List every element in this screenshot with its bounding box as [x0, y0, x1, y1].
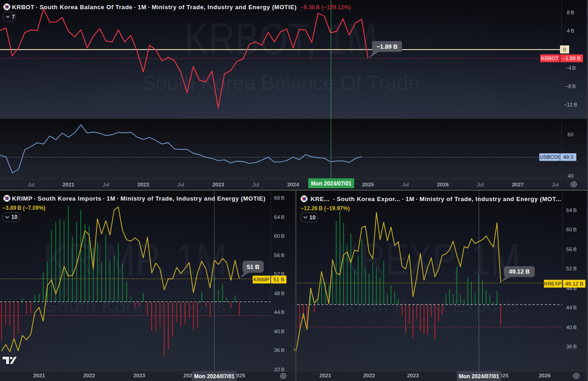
svg-text:Jul: Jul [552, 182, 559, 187]
svg-text:2023: 2023 [133, 373, 145, 378]
svg-text:2021: 2021 [62, 182, 74, 187]
svg-text:2026: 2026 [437, 182, 449, 187]
svg-text:2023: 2023 [212, 182, 224, 187]
svg-text:KRBOT: KRBOT [541, 56, 559, 61]
svg-text:Jul: Jul [477, 182, 484, 187]
svg-text:64 B: 64 B [566, 207, 577, 213]
svg-text:44 B: 44 B [274, 309, 285, 315]
svg-text:KRBOT · South Korea Balance Of: KRBOT · South Korea Balance Of Trade · 1… [12, 4, 351, 11]
svg-text:Jul: Jul [177, 182, 184, 187]
svg-text:KRIMP, 1M: KRIMP, 1M [43, 235, 227, 284]
svg-text:10: 10 [310, 214, 316, 221]
svg-text:7: 7 [12, 14, 15, 20]
svg-text:South Korea Balance Of Trade: South Korea Balance Of Trade [142, 72, 419, 94]
svg-text:49.12 B: 49.12 B [509, 268, 530, 275]
svg-text:−1.89 B: −1.89 B [562, 56, 581, 61]
svg-text:Mon 2024/07/01: Mon 2024/07/01 [311, 180, 351, 187]
svg-text:Jul: Jul [28, 182, 34, 187]
svg-text:2023: 2023 [407, 373, 419, 378]
svg-text:56 B: 56 B [566, 247, 577, 252]
svg-text:0: 0 [563, 47, 566, 52]
svg-text:KRBOT, 1M: KRBOT, 1M [184, 14, 377, 63]
svg-text:Jul: Jul [402, 182, 409, 187]
svg-text:2027: 2027 [512, 182, 524, 187]
svg-text:KRE... · South Korea Expor...: KRE... · South Korea Expor... · 1M · Min… [311, 196, 561, 202]
svg-text:USBCOI: USBCOI [540, 154, 559, 160]
svg-text:60 B: 60 B [566, 227, 577, 232]
svg-text:KREXP: KREXP [544, 281, 561, 286]
svg-text:49.3: 49.3 [563, 154, 573, 160]
svg-text:2026: 2026 [539, 373, 551, 378]
svg-text:−12.26 B (−19.97%): −12.26 B (−19.97%) [300, 205, 350, 212]
svg-text:Mon 2024/07/01: Mon 2024/07/01 [458, 373, 499, 380]
svg-text:32 B: 32 B [274, 367, 285, 372]
svg-text:60 B: 60 B [274, 233, 285, 239]
svg-text:8 B: 8 B [567, 10, 575, 15]
svg-text:−8 B: −8 B [565, 84, 576, 89]
svg-text:−3.89 B (−7.09%): −3.89 B (−7.09%) [2, 205, 45, 211]
svg-text:44 B: 44 B [566, 305, 577, 310]
svg-text:2022: 2022 [137, 182, 149, 187]
svg-text:64 B: 64 B [274, 214, 285, 220]
svg-text:2022: 2022 [83, 373, 95, 378]
svg-text:51 B: 51 B [273, 277, 284, 282]
svg-text:51 B: 51 B [247, 263, 259, 270]
svg-text:−1.89 B: −1.89 B [377, 43, 398, 50]
svg-text:KRIMP · South Korea Imports ·: KRIMP · South Korea Imports · 1M · Minis… [12, 195, 266, 202]
svg-text:Jul: Jul [252, 182, 259, 187]
svg-text:40 B: 40 B [274, 329, 285, 334]
svg-text:10: 10 [11, 214, 18, 220]
svg-text:4 B: 4 B [567, 28, 575, 34]
svg-text:52 B: 52 B [566, 266, 577, 271]
svg-text:2021: 2021 [33, 373, 45, 378]
svg-text:48 B: 48 B [274, 291, 285, 296]
svg-text:South Korea Exports: South Korea Exports [337, 297, 520, 315]
svg-text:2022: 2022 [363, 373, 375, 378]
svg-text:40 B: 40 B [566, 325, 577, 330]
svg-text:49.12 B: 49.12 B [565, 281, 583, 286]
svg-text:36 B: 36 B [274, 347, 285, 353]
svg-text:2021: 2021 [319, 373, 331, 378]
svg-text:KREXP, 1M: KREXP, 1M [336, 235, 520, 284]
svg-text:2025: 2025 [362, 182, 374, 187]
svg-text:40: 40 [568, 173, 574, 179]
svg-text:KRIMP: KRIMP [254, 277, 270, 282]
svg-text:Mon 2024/07/01: Mon 2024/07/01 [194, 373, 234, 380]
svg-text:−4 B: −4 B [565, 65, 576, 71]
svg-text:Jul: Jul [102, 182, 109, 187]
svg-text:68 B: 68 B [274, 195, 285, 201]
svg-text:2024: 2024 [287, 182, 299, 187]
svg-text:56 B: 56 B [274, 252, 285, 258]
svg-text:−12 B: −12 B [564, 102, 577, 107]
svg-text:36 B: 36 B [566, 344, 577, 349]
svg-text:60: 60 [568, 132, 574, 137]
